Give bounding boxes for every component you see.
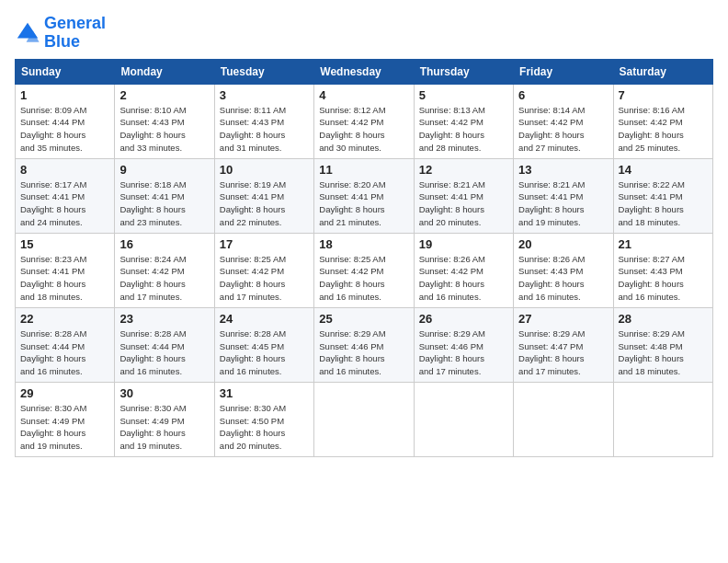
calendar-week-row: 1 Sunrise: 8:09 AM Sunset: 4:44 PM Dayli… bbox=[16, 84, 713, 158]
calendar-day-cell: 20 Sunrise: 8:26 AM Sunset: 4:43 PM Dayl… bbox=[514, 233, 613, 307]
day-info: Sunrise: 8:18 AM Sunset: 4:41 PM Dayligh… bbox=[119, 178, 209, 229]
weekday-cell: Saturday bbox=[613, 59, 712, 84]
day-info: Sunrise: 8:30 AM Sunset: 4:50 PM Dayligh… bbox=[220, 402, 309, 453]
calendar-day-cell: 27 Sunrise: 8:29 AM Sunset: 4:47 PM Dayl… bbox=[514, 307, 613, 382]
day-info: Sunrise: 8:28 AM Sunset: 4:44 PM Dayligh… bbox=[119, 327, 209, 378]
day-number: 17 bbox=[220, 237, 309, 251]
day-number: 23 bbox=[119, 312, 209, 326]
day-number: 1 bbox=[20, 88, 109, 102]
calendar-day-cell: 26 Sunrise: 8:29 AM Sunset: 4:46 PM Dayl… bbox=[414, 307, 513, 382]
calendar-day-cell bbox=[613, 382, 712, 456]
day-number: 28 bbox=[619, 312, 708, 326]
weekday-header-row: SundayMondayTuesdayWednesdayThursdayFrid… bbox=[16, 59, 713, 84]
day-info: Sunrise: 8:29 AM Sunset: 4:46 PM Dayligh… bbox=[319, 327, 408, 378]
weekday-cell: Wednesday bbox=[314, 59, 414, 84]
day-number: 25 bbox=[319, 312, 408, 326]
calendar-day-cell: 8 Sunrise: 8:17 AM Sunset: 4:41 PM Dayli… bbox=[16, 158, 115, 233]
weekday-cell: Monday bbox=[115, 59, 214, 84]
day-info: Sunrise: 8:29 AM Sunset: 4:47 PM Dayligh… bbox=[518, 327, 608, 378]
day-info: Sunrise: 8:26 AM Sunset: 4:42 PM Dayligh… bbox=[419, 253, 508, 304]
day-number: 30 bbox=[119, 386, 209, 400]
day-info: Sunrise: 8:29 AM Sunset: 4:46 PM Dayligh… bbox=[419, 327, 508, 378]
day-info: Sunrise: 8:30 AM Sunset: 4:49 PM Dayligh… bbox=[119, 402, 209, 453]
calendar-day-cell: 31 Sunrise: 8:30 AM Sunset: 4:50 PM Dayl… bbox=[214, 382, 313, 456]
calendar-day-cell: 2 Sunrise: 8:10 AM Sunset: 4:43 PM Dayli… bbox=[115, 84, 214, 158]
day-number: 5 bbox=[419, 88, 508, 102]
calendar-day-cell: 7 Sunrise: 8:16 AM Sunset: 4:42 PM Dayli… bbox=[613, 84, 712, 158]
calendar-day-cell: 19 Sunrise: 8:26 AM Sunset: 4:42 PM Dayl… bbox=[414, 233, 513, 307]
day-number: 13 bbox=[518, 163, 608, 177]
day-info: Sunrise: 8:30 AM Sunset: 4:49 PM Dayligh… bbox=[20, 402, 109, 453]
logo: General Blue bbox=[15, 15, 106, 52]
day-info: Sunrise: 8:19 AM Sunset: 4:41 PM Dayligh… bbox=[220, 178, 309, 229]
day-info: Sunrise: 8:25 AM Sunset: 4:42 PM Dayligh… bbox=[220, 253, 309, 304]
calendar-day-cell bbox=[314, 382, 414, 456]
day-info: Sunrise: 8:25 AM Sunset: 4:42 PM Dayligh… bbox=[319, 253, 408, 304]
day-number: 3 bbox=[220, 88, 309, 102]
day-info: Sunrise: 8:23 AM Sunset: 4:41 PM Dayligh… bbox=[20, 253, 109, 304]
calendar-day-cell: 1 Sunrise: 8:09 AM Sunset: 4:44 PM Dayli… bbox=[16, 84, 115, 158]
calendar-day-cell: 28 Sunrise: 8:29 AM Sunset: 4:48 PM Dayl… bbox=[613, 307, 712, 382]
calendar-day-cell: 10 Sunrise: 8:19 AM Sunset: 4:41 PM Dayl… bbox=[214, 158, 313, 233]
day-info: Sunrise: 8:10 AM Sunset: 4:43 PM Dayligh… bbox=[119, 104, 209, 155]
calendar-day-cell: 9 Sunrise: 8:18 AM Sunset: 4:41 PM Dayli… bbox=[115, 158, 214, 233]
day-info: Sunrise: 8:28 AM Sunset: 4:45 PM Dayligh… bbox=[220, 327, 309, 378]
day-number: 29 bbox=[20, 386, 109, 400]
day-info: Sunrise: 8:13 AM Sunset: 4:42 PM Dayligh… bbox=[419, 104, 508, 155]
calendar-day-cell: 23 Sunrise: 8:28 AM Sunset: 4:44 PM Dayl… bbox=[115, 307, 214, 382]
day-info: Sunrise: 8:21 AM Sunset: 4:41 PM Dayligh… bbox=[518, 178, 608, 229]
calendar-day-cell: 4 Sunrise: 8:12 AM Sunset: 4:42 PM Dayli… bbox=[314, 84, 414, 158]
day-info: Sunrise: 8:27 AM Sunset: 4:43 PM Dayligh… bbox=[619, 253, 708, 304]
day-number: 7 bbox=[619, 88, 708, 102]
page-header: General Blue bbox=[15, 15, 713, 52]
day-number: 22 bbox=[20, 312, 109, 326]
calendar-week-row: 22 Sunrise: 8:28 AM Sunset: 4:44 PM Dayl… bbox=[16, 307, 713, 382]
day-info: Sunrise: 8:14 AM Sunset: 4:42 PM Dayligh… bbox=[518, 104, 608, 155]
day-info: Sunrise: 8:11 AM Sunset: 4:43 PM Dayligh… bbox=[220, 104, 309, 155]
calendar-day-cell: 11 Sunrise: 8:20 AM Sunset: 4:41 PM Dayl… bbox=[314, 158, 414, 233]
day-number: 15 bbox=[20, 237, 109, 251]
day-number: 16 bbox=[119, 237, 209, 251]
logo-text: General Blue bbox=[44, 15, 106, 52]
day-number: 11 bbox=[319, 163, 408, 177]
day-info: Sunrise: 8:29 AM Sunset: 4:48 PM Dayligh… bbox=[619, 327, 708, 378]
day-number: 9 bbox=[119, 163, 209, 177]
day-number: 14 bbox=[619, 163, 708, 177]
calendar-day-cell: 17 Sunrise: 8:25 AM Sunset: 4:42 PM Dayl… bbox=[214, 233, 313, 307]
calendar-week-row: 8 Sunrise: 8:17 AM Sunset: 4:41 PM Dayli… bbox=[16, 158, 713, 233]
calendar-day-cell: 12 Sunrise: 8:21 AM Sunset: 4:41 PM Dayl… bbox=[414, 158, 513, 233]
calendar-day-cell: 29 Sunrise: 8:30 AM Sunset: 4:49 PM Dayl… bbox=[16, 382, 115, 456]
calendar-week-row: 15 Sunrise: 8:23 AM Sunset: 4:41 PM Dayl… bbox=[16, 233, 713, 307]
day-number: 4 bbox=[319, 88, 408, 102]
weekday-cell: Tuesday bbox=[214, 59, 313, 84]
day-info: Sunrise: 8:28 AM Sunset: 4:44 PM Dayligh… bbox=[20, 327, 109, 378]
day-info: Sunrise: 8:20 AM Sunset: 4:41 PM Dayligh… bbox=[319, 178, 408, 229]
logo-icon bbox=[15, 20, 40, 46]
calendar-day-cell: 16 Sunrise: 8:24 AM Sunset: 4:42 PM Dayl… bbox=[115, 233, 214, 307]
day-number: 8 bbox=[20, 163, 109, 177]
calendar-day-cell: 24 Sunrise: 8:28 AM Sunset: 4:45 PM Dayl… bbox=[214, 307, 313, 382]
calendar-day-cell: 14 Sunrise: 8:22 AM Sunset: 4:41 PM Dayl… bbox=[613, 158, 712, 233]
calendar-table: SundayMondayTuesdayWednesdayThursdayFrid… bbox=[15, 59, 713, 457]
calendar-day-cell: 6 Sunrise: 8:14 AM Sunset: 4:42 PM Dayli… bbox=[514, 84, 613, 158]
day-number: 20 bbox=[518, 237, 608, 251]
day-number: 2 bbox=[119, 88, 209, 102]
day-number: 18 bbox=[319, 237, 408, 251]
day-info: Sunrise: 8:09 AM Sunset: 4:44 PM Dayligh… bbox=[20, 104, 109, 155]
calendar-week-row: 29 Sunrise: 8:30 AM Sunset: 4:49 PM Dayl… bbox=[16, 382, 713, 456]
calendar-day-cell: 15 Sunrise: 8:23 AM Sunset: 4:41 PM Dayl… bbox=[16, 233, 115, 307]
day-number: 24 bbox=[220, 312, 309, 326]
day-number: 19 bbox=[419, 237, 508, 251]
day-number: 21 bbox=[619, 237, 708, 251]
day-info: Sunrise: 8:16 AM Sunset: 4:42 PM Dayligh… bbox=[619, 104, 708, 155]
day-info: Sunrise: 8:12 AM Sunset: 4:42 PM Dayligh… bbox=[319, 104, 408, 155]
calendar-day-cell: 21 Sunrise: 8:27 AM Sunset: 4:43 PM Dayl… bbox=[613, 233, 712, 307]
calendar-body: 1 Sunrise: 8:09 AM Sunset: 4:44 PM Dayli… bbox=[16, 84, 713, 456]
calendar-day-cell bbox=[414, 382, 513, 456]
calendar-day-cell: 13 Sunrise: 8:21 AM Sunset: 4:41 PM Dayl… bbox=[514, 158, 613, 233]
day-number: 27 bbox=[518, 312, 608, 326]
day-info: Sunrise: 8:17 AM Sunset: 4:41 PM Dayligh… bbox=[20, 178, 109, 229]
day-number: 12 bbox=[419, 163, 508, 177]
day-number: 10 bbox=[220, 163, 309, 177]
day-info: Sunrise: 8:26 AM Sunset: 4:43 PM Dayligh… bbox=[518, 253, 608, 304]
